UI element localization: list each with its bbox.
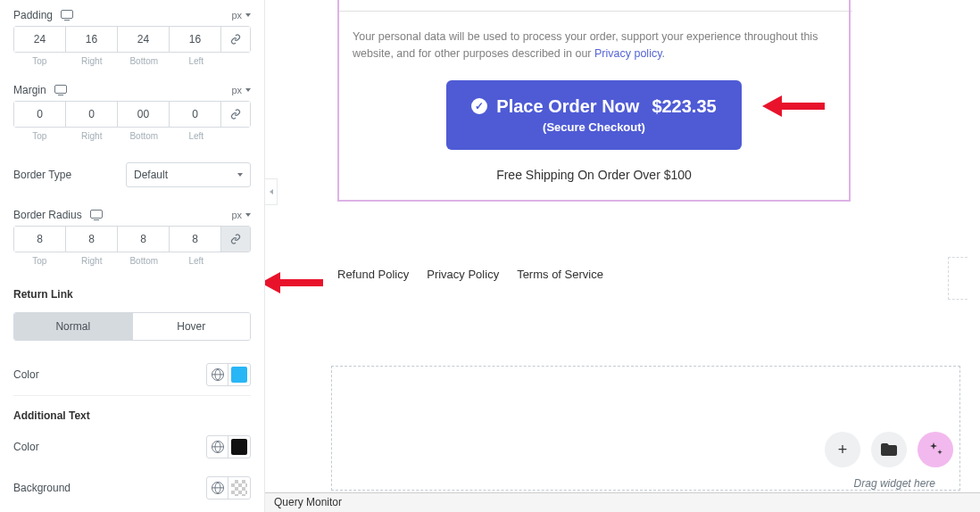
desktop-icon[interactable] xyxy=(61,10,73,19)
color-swatch-icon xyxy=(231,439,247,455)
dim-label-top: Top xyxy=(13,256,66,266)
additional-text-bg-label: Background xyxy=(13,482,71,494)
template-library-button[interactable] xyxy=(871,432,907,467)
dim-label-bottom: Bottom xyxy=(118,56,170,66)
dim-label-right: Right xyxy=(66,131,119,141)
terms-of-service-link[interactable]: Terms of Service xyxy=(517,268,603,281)
margin-left-input[interactable] xyxy=(170,102,221,127)
dim-label-top: Top xyxy=(13,56,66,66)
tab-normal[interactable]: Normal xyxy=(14,313,132,340)
additional-text-bg-swatch[interactable] xyxy=(228,477,250,499)
style-sidebar: Padding px Top Right Bottom Left Margin xyxy=(0,0,265,512)
chevron-left-icon xyxy=(270,189,273,194)
margin-link-button[interactable] xyxy=(221,102,250,127)
link-icon xyxy=(230,234,241,244)
dim-label-right: Right xyxy=(66,256,119,266)
return-link-color-label: Color xyxy=(13,368,39,381)
radius-top-input[interactable] xyxy=(14,227,66,252)
dim-label-bottom: Bottom xyxy=(118,256,170,266)
desktop-icon[interactable] xyxy=(90,210,103,219)
globe-icon xyxy=(212,482,224,494)
radius-link-button[interactable] xyxy=(221,227,250,252)
color-swatch-icon xyxy=(231,367,247,383)
link-icon xyxy=(230,34,241,45)
footer-policy-links: Refund Policy Privacy Policy Terms of Se… xyxy=(337,268,603,281)
border-radius-label: Border Radius xyxy=(13,209,103,221)
padding-bottom-input[interactable] xyxy=(118,27,170,52)
border-type-label: Border Type xyxy=(13,169,71,181)
border-radius-unit-select[interactable]: px xyxy=(231,210,251,220)
additional-text-color-swatch[interactable] xyxy=(228,436,250,458)
globe-icon xyxy=(212,441,224,453)
dim-label-left: Left xyxy=(170,256,223,266)
chevron-down-icon xyxy=(245,88,251,92)
padding-inputs xyxy=(13,26,251,53)
return-link-color-swatch[interactable] xyxy=(228,364,250,385)
refund-policy-link[interactable]: Refund Policy xyxy=(337,268,409,281)
order-button-label: Place Order Now xyxy=(496,96,639,117)
shipping-text: Free Shipping On Order Over $100 xyxy=(353,168,835,182)
padding-unit-select[interactable]: px xyxy=(231,10,251,21)
sparkle-icon xyxy=(928,442,943,457)
privacy-policy-link[interactable]: Privacy policy xyxy=(594,47,661,60)
privacy-notice: Your personal data will be used to proce… xyxy=(353,29,835,62)
chevron-down-icon xyxy=(237,173,243,177)
margin-inputs xyxy=(13,101,251,128)
editor-canvas: Your personal data will be used to proce… xyxy=(265,0,980,512)
dim-label-left: Left xyxy=(170,56,223,66)
link-icon xyxy=(230,109,241,120)
ai-widget-button[interactable] xyxy=(918,432,953,467)
dim-label-right: Right xyxy=(66,56,119,66)
drop-zone-hint: Drag widget here xyxy=(854,477,935,490)
margin-top-input[interactable] xyxy=(14,102,66,127)
global-color-button[interactable] xyxy=(207,477,228,499)
padding-left-input[interactable] xyxy=(170,27,221,52)
padding-top-input[interactable] xyxy=(14,27,66,52)
global-color-button[interactable] xyxy=(207,364,228,385)
color-swatch-icon xyxy=(231,480,247,496)
globe-icon xyxy=(212,368,224,381)
additional-text-color-label: Color xyxy=(13,441,39,453)
order-button-subtitle: (Secure Checkout) xyxy=(471,120,716,134)
dim-label-bottom: Bottom xyxy=(118,131,170,141)
additional-text-heading: Additional Text xyxy=(13,396,251,426)
order-button-price: $223.35 xyxy=(652,96,716,117)
annotation-arrow-icon xyxy=(265,268,323,298)
global-color-button[interactable] xyxy=(207,436,228,458)
chevron-down-icon xyxy=(245,13,251,17)
sidebar-collapse-button[interactable] xyxy=(265,178,278,205)
border-radius-inputs xyxy=(13,226,251,252)
dim-label-left: Left xyxy=(170,131,223,141)
empty-section-outline xyxy=(948,257,968,300)
add-widget-button[interactable]: + xyxy=(825,432,860,467)
query-monitor-bar[interactable]: Query Monitor xyxy=(265,492,980,512)
chevron-down-icon xyxy=(245,213,251,217)
privacy-policy-link[interactable]: Privacy Policy xyxy=(427,268,499,281)
widget-drop-zone[interactable] xyxy=(331,366,960,491)
check-circle-icon: ✓ xyxy=(471,98,487,114)
border-type-select[interactable]: Default xyxy=(126,162,251,187)
place-order-button[interactable]: ✓ Place Order Now $223.35 (Secure Checko… xyxy=(446,80,741,150)
folder-icon xyxy=(881,443,897,456)
padding-right-input[interactable] xyxy=(66,27,118,52)
padding-link-button[interactable] xyxy=(221,27,250,52)
plus-icon: + xyxy=(838,441,848,459)
margin-label: Margin xyxy=(13,84,67,96)
return-link-heading: Return Link xyxy=(13,275,251,305)
dim-label-top: Top xyxy=(13,131,66,141)
margin-unit-select[interactable]: px xyxy=(231,85,251,95)
radius-right-input[interactable] xyxy=(66,227,118,252)
radius-bottom-input[interactable] xyxy=(118,227,170,252)
padding-label: Padding xyxy=(13,9,73,21)
margin-right-input[interactable] xyxy=(66,102,118,127)
tab-hover[interactable]: Hover xyxy=(132,313,251,340)
checkout-widget[interactable]: Your personal data will be used to proce… xyxy=(337,0,851,202)
radius-left-input[interactable] xyxy=(170,227,221,252)
return-link-tabs: Normal Hover xyxy=(13,312,251,341)
margin-bottom-input[interactable] xyxy=(118,102,170,127)
desktop-icon[interactable] xyxy=(54,85,67,94)
